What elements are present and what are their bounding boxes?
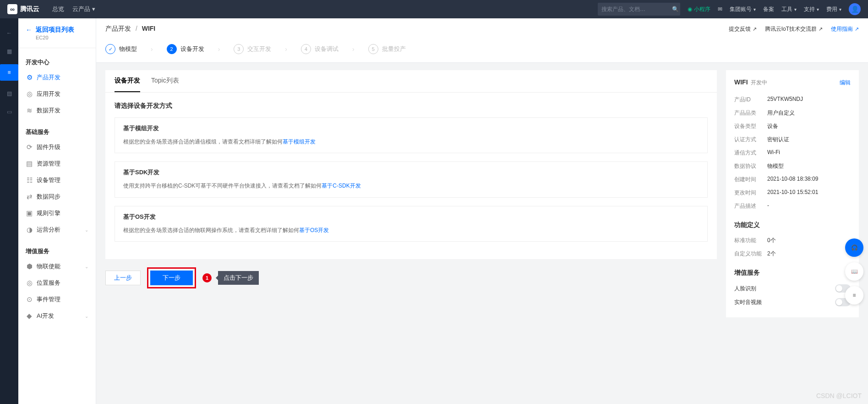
sidebar-item-firmware[interactable]: ⟳固件升级 (18, 139, 96, 155)
step-sep: › (218, 45, 220, 53)
step-label: 设备开发 (180, 45, 204, 53)
kv-std-feat: 标准功能0个 (734, 234, 851, 247)
cloud-logo-icon: ∞ (7, 4, 17, 14)
sidebar-item-data-dev[interactable]: ≋数据开发 (18, 102, 96, 119)
external-icon: ↗ (855, 26, 859, 32)
sidebar-item-ai-dev[interactable]: ◆AI开发⌄ (18, 308, 96, 324)
step-label: 批量投产 (382, 45, 406, 53)
kv-custom-feat: 自定义功能2个 (734, 247, 851, 260)
chevron-down-icon: ⌄ (85, 314, 88, 319)
nav-products[interactable]: 云产品 ▾ (72, 5, 95, 13)
tools-menu[interactable]: 工具 (781, 6, 797, 13)
panel-right: WIFI开发中 编辑 产品ID25VTKW5NDJ 产品品类用户自定义 设备类型… (726, 70, 859, 317)
toggle-label: 实时音视频 (734, 299, 762, 306)
global-search[interactable]: 🔍 (598, 3, 680, 16)
sidebar-item-rule-engine[interactable]: ▣规则引擎 (18, 205, 96, 221)
dev-card-desc: 使用支持跨平台移植的C-SDK可基于不同硬件平台快速接入，请查看文档了解如何基于… (123, 181, 699, 190)
top-header: ∞ 腾讯云 总览 云产品 ▾ 🔍 ◉ 小程序 ✉ 集团账号 备案 工具 支持 费… (0, 0, 868, 18)
sidebar-item-app-dev[interactable]: ◎应用开发 (18, 86, 96, 102)
sidebar-item-location[interactable]: ◎位置服务 (18, 275, 96, 291)
sidebar-item-analytics[interactable]: ◑运营分析⌄ (18, 221, 96, 238)
search-input[interactable] (601, 6, 670, 12)
bc-product-dev[interactable]: 产品开发 (105, 25, 131, 32)
dev-card-link[interactable]: 基于C-SDK开发 (322, 183, 360, 189)
user-avatar[interactable]: 👤 (849, 3, 861, 15)
pin-icon: ◎ (26, 279, 33, 287)
edit-button[interactable]: 编辑 (840, 79, 851, 87)
arrow-left-icon: ← (26, 26, 32, 33)
dev-card-os[interactable]: 基于OS开发 根据您的业务场景选择合适的物联网操作系统，请查看文档详细了解如何基… (115, 206, 708, 242)
dev-card-link[interactable]: 基于模组开发 (283, 138, 316, 145)
rail-cards-icon[interactable]: ▤ (4, 88, 15, 99)
sidebar-item-label: 设备管理 (37, 176, 60, 184)
search-icon[interactable]: 🔍 (672, 6, 679, 12)
fab-column: 🎧 📖 ≡ (845, 238, 863, 304)
dev-card-title: 基于模组开发 (123, 124, 699, 133)
menu-fab[interactable]: ≡ (845, 286, 863, 304)
step-sep: › (285, 45, 287, 53)
link-guide[interactable]: 使用指南 ↗ (831, 25, 859, 33)
beian-link[interactable]: 备案 (763, 6, 774, 13)
tab-topic-list[interactable]: Topic列表 (151, 70, 179, 92)
feature-def-title: 功能定义 (734, 221, 851, 229)
docs-fab[interactable]: 📖 (845, 262, 863, 281)
group-dev-title: 开发中心 (18, 55, 96, 69)
kv-protocol: 数据协议物模型 (734, 160, 851, 173)
headset-fab[interactable]: 🎧 (845, 238, 863, 257)
waves-icon: ≋ (26, 106, 33, 115)
sidebar-item-label: 资源管理 (37, 160, 60, 168)
wizard-footer: 上一步 下一步 1 点击下一步 (105, 267, 717, 288)
rail-rect-icon[interactable]: ▭ (4, 106, 15, 117)
back-to-projects[interactable]: ← 返回项目列表 (26, 26, 88, 34)
step-mass-production[interactable]: 5批量投产 (368, 44, 406, 54)
kv-created: 创建时间2021-10-08 18:38:09 (734, 173, 851, 186)
sidebar-item-product-dev[interactable]: ⚙产品开发 (18, 69, 96, 86)
rail-list-icon[interactable]: ≡ (0, 64, 18, 81)
nav-overview[interactable]: 总览 (52, 5, 64, 13)
bc-current: WIFI (142, 25, 156, 32)
cost-menu[interactable]: 费用 (826, 6, 841, 13)
main-top: 产品开发 / WIFI 提交反馈 ↗ 腾讯云IoT技术交流群 ↗ 使用指南 ↗ … (96, 18, 868, 63)
pie-icon: ◑ (26, 226, 33, 234)
annotation-highlight: 下一步 (147, 267, 196, 288)
kv-desc: 产品描述- (734, 199, 851, 213)
grid-icon: ▤ (26, 160, 33, 168)
mail-icon[interactable]: ✉ (718, 6, 722, 12)
tab-device-dev[interactable]: 设备开发 (115, 70, 140, 92)
dev-card-sdk[interactable]: 基于SDK开发 使用支持跨平台移植的C-SDK可基于不同硬件平台快速接入，请查看… (115, 161, 708, 197)
step-label: 物模型 (119, 45, 137, 53)
sidebar-item-data-sync[interactable]: ⇄数据同步 (18, 188, 96, 205)
miniprogram-link[interactable]: ◉ 小程序 (688, 6, 710, 13)
step-interact-dev[interactable]: 3交互开发 (234, 44, 271, 54)
brand-logo[interactable]: ∞ 腾讯云 (7, 4, 39, 14)
sidebar-item-device-mgmt[interactable]: ☷设备管理 (18, 172, 96, 188)
sidebar-item-iot-enable[interactable]: ⬢物联使能⌄ (18, 258, 96, 275)
rail-back-icon[interactable]: ← (4, 28, 15, 39)
sidebar-item-label: 产品开发 (37, 73, 60, 82)
rail-grid-icon[interactable]: ▦ (4, 46, 15, 57)
sidebar-item-label: 固件升级 (37, 143, 60, 151)
layout: ← ▦ ≡ ▤ ▭ ← 返回项目列表 EC20 开发中心 ⚙产品开发 ◎应用开发… (0, 18, 868, 404)
kv-comm: 通信方式Wi-Fi (734, 146, 851, 160)
prev-button[interactable]: 上一步 (105, 271, 141, 285)
tabs: 设备开发 Topic列表 (105, 70, 717, 93)
dev-card-module[interactable]: 基于模组开发 根据您的业务场景选择合适的通信模组，请查看文档详细了解如何基于模组… (115, 117, 708, 153)
support-menu[interactable]: 支持 (804, 6, 819, 13)
wizard-steps: ✓物模型 › 2设备开发 › 3交互开发 › 4设备调试 › 5批量投产 (105, 33, 859, 62)
link-community[interactable]: 腾讯云IoT技术交流群 ↗ (765, 25, 823, 33)
sidebar-item-resource[interactable]: ▤资源管理 (18, 155, 96, 172)
header-right: ◉ 小程序 ✉ 集团账号 备案 工具 支持 费用 👤 (688, 3, 861, 15)
next-button[interactable]: 下一步 (150, 271, 193, 285)
annotation-tooltip: 点击下一步 (218, 271, 259, 285)
link-feedback[interactable]: 提交反馈 ↗ (729, 25, 757, 33)
sidebar-item-event-mgmt[interactable]: ⊙事件管理 (18, 291, 96, 308)
chevron-down-icon: ⌄ (85, 227, 88, 232)
sidebar-item-label: 数据开发 (37, 106, 60, 115)
group-account-menu[interactable]: 集团账号 (730, 6, 756, 13)
main: 产品开发 / WIFI 提交反馈 ↗ 腾讯云IoT技术交流群 ↗ 使用指南 ↗ … (96, 18, 868, 404)
dev-card-link[interactable]: 基于OS开发 (299, 227, 329, 233)
step-model[interactable]: ✓物模型 (105, 44, 137, 54)
step-device-debug[interactable]: 4设备调试 (301, 44, 338, 54)
step-device-dev[interactable]: 2设备开发 (167, 44, 204, 54)
chevron-down-icon: ⌄ (85, 264, 88, 269)
